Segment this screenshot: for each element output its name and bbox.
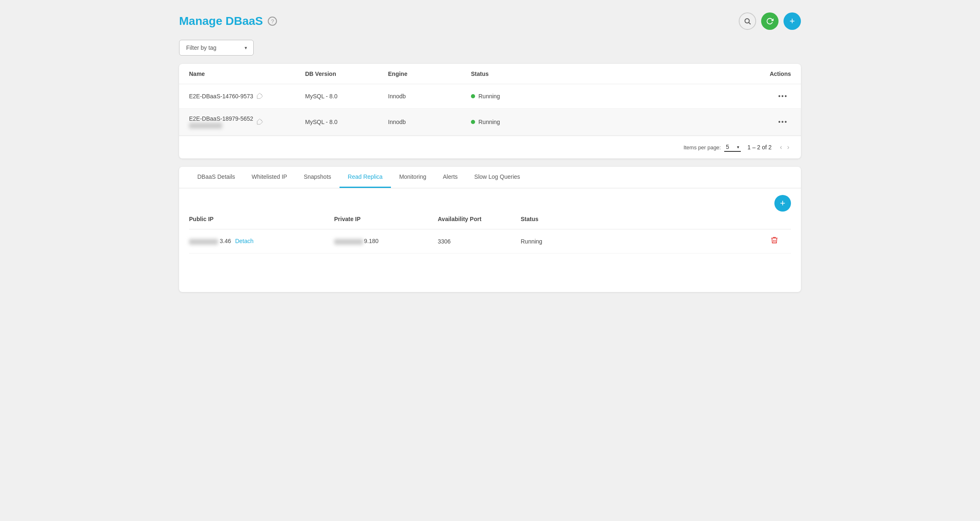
row2-name: E2E-DBaaS-18979-5652 [189,115,253,122]
row2-status: Running [478,119,500,125]
add-icon: + [790,17,795,26]
replica-row1-status: Running [521,238,542,245]
tab-alerts[interactable]: Alerts [434,167,466,188]
replica-table-row: 3.46 Detach 9.180 3306 Running [189,229,791,253]
help-icon[interactable]: ? [268,17,277,26]
row1-status: Running [478,93,500,100]
detach-link[interactable]: Detach [235,238,253,244]
col-name: Name [189,71,305,77]
add-replica-icon: + [780,199,786,208]
row2-edit-icon[interactable] [257,118,263,126]
row2-status-dot [471,120,475,124]
replica-col-status: Status [521,216,791,222]
replica-table-header: Public IP Private IP Availability Port S… [189,209,791,229]
search-icon [744,17,751,25]
pagination-arrows: ‹ › [778,142,791,153]
col-status: Status [471,71,595,77]
add-dbaas-button[interactable]: + [784,12,801,30]
svg-marker-4 [257,119,262,124]
replica-ip-suffix: 3.46 [220,238,231,244]
replica-col-public-ip: Public IP [189,216,334,222]
tab-monitoring[interactable]: Monitoring [391,167,434,188]
row2-status-cell: Running [471,119,595,125]
replica-row1-public-ip: 3.46 Detach [189,238,334,244]
tab-slow-log-queries[interactable]: Slow Log Queries [466,167,529,188]
svg-line-1 [749,22,750,24]
tab-dbaas-details[interactable]: DBaaS Details [189,167,243,188]
replica-col-port: Availability Port [438,216,521,222]
prev-page-button[interactable]: ‹ [778,142,784,153]
detail-card: DBaaS Details Whitelisted IP Snapshots R… [179,167,801,292]
search-button[interactable] [739,12,756,30]
items-per-page: Items per page: 5 10 25 [684,143,741,152]
per-page-select-wrapper: 5 10 25 [724,143,741,152]
replica-col-private-ip: Private IP [334,216,438,222]
edit-pencil-icon [257,93,263,99]
replica-ip-blurred [189,239,218,245]
tab-content-read-replica: + Public IP Private IP Availability Port… [179,188,801,292]
tab-whitelisted-ip[interactable]: Whitelisted IP [243,167,296,188]
replica-row1-status-cell: Running [521,236,791,246]
row2-db-version: MySQL - 8.0 [305,119,388,125]
page-title: Manage DBaaS [179,15,263,28]
delete-replica-button[interactable] [770,236,779,246]
items-per-page-label: Items per page: [684,144,721,151]
svg-point-0 [745,19,750,23]
edit-pencil-icon [257,118,263,125]
replica-private-ip-blurred [334,239,363,245]
row1-edit-icon[interactable] [257,93,263,100]
replica-private-ip-suffix: 9.180 [364,238,378,244]
filter-wrapper: Filter by tag [179,40,254,56]
pagination-info: 1 – 2 of 2 [747,144,771,151]
next-page-button[interactable]: › [786,142,791,153]
col-actions: Actions [595,71,791,77]
col-engine: Engine [388,71,471,77]
table-row: E2E-DBaaS-18979-5652 MySQL - 8.0 Innodb … [179,109,801,136]
table-row: E2E-DBaaS-14760-9573 MySQL - 8.0 Innodb … [179,84,801,109]
row1-name: E2E-DBaaS-14760-9573 [189,93,253,100]
table-footer: Items per page: 5 10 25 1 – 2 of 2 ‹ › [179,136,801,158]
svg-marker-2 [257,93,262,98]
row2-engine: Innodb [388,119,471,125]
row1-name-cell: E2E-DBaaS-14760-9573 [189,93,305,100]
row1-actions-cell: ••• [595,91,791,102]
row2-name-cell: E2E-DBaaS-18979-5652 [189,115,305,129]
add-replica-button[interactable]: + [774,195,791,212]
tabs-container: DBaaS Details Whitelisted IP Snapshots R… [179,167,801,188]
row1-engine: Innodb [388,93,471,100]
refresh-button[interactable] [761,12,779,30]
row2-actions-button[interactable]: ••• [775,117,791,127]
table-header: Name DB Version Engine Status Actions [179,64,801,84]
per-page-select[interactable]: 5 10 25 [724,143,741,152]
filter-section: Filter by tag [179,40,801,56]
row2-name-blurred [189,123,222,129]
dbaas-table-card: Name DB Version Engine Status Actions E2… [179,64,801,158]
filter-by-tag-select[interactable]: Filter by tag [179,40,254,56]
header-left: Manage DBaaS ? [179,15,277,28]
row1-db-version: MySQL - 8.0 [305,93,388,100]
refresh-icon [766,17,774,25]
header-actions: + [739,12,801,30]
row1-status-dot [471,94,475,98]
tab-snapshots[interactable]: Snapshots [296,167,340,188]
replica-row1-private-ip: 9.180 [334,238,438,244]
tab-read-replica[interactable]: Read Replica [340,167,391,188]
col-db-version: DB Version [305,71,388,77]
page-header: Manage DBaaS ? + [179,12,801,30]
row1-status-cell: Running [471,93,595,100]
replica-row1-port: 3306 [438,238,521,245]
trash-icon [770,236,779,244]
row1-actions-button[interactable]: ••• [775,91,791,102]
row2-actions-cell: ••• [595,117,791,127]
